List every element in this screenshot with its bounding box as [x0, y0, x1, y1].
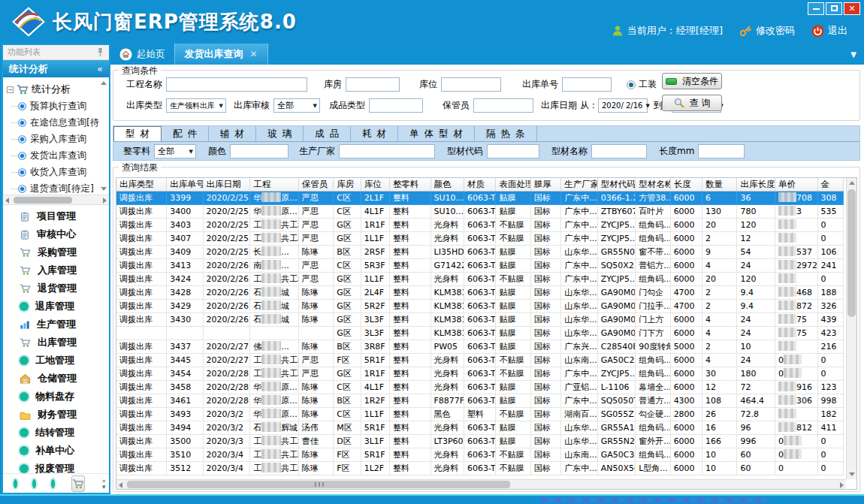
sidebar-item-退库管理[interactable]: 退库管理	[3, 297, 109, 315]
cell-膜厚[interactable]: 国标	[530, 218, 560, 231]
cell-数量[interactable]: 12	[702, 380, 737, 394]
cell-生产厂家[interactable]: 广东中...	[561, 218, 597, 231]
cell-单价[interactable]	[775, 231, 817, 245]
table-row[interactable]: 调拨出库34072020/2/25工共工程严思G区1L1F整料光身料6063-T…	[116, 231, 844, 245]
cell-库房[interactable]: C区	[334, 380, 361, 394]
cell-库房[interactable]: G区	[334, 218, 361, 231]
nav-dot-icon[interactable]	[14, 479, 17, 488]
cell-出库类型[interactable]: 调拨出库	[116, 245, 167, 258]
cell-库房[interactable]: B区	[334, 394, 361, 407]
cell-材质[interactable]: 6063-T5	[464, 272, 495, 285]
cell-颜色[interactable]: 黑色	[430, 407, 464, 421]
cell-金[interactable]: 326	[817, 299, 843, 312]
cell-表面处理[interactable]: 贴膜	[496, 326, 530, 340]
cell-出库类型[interactable]: 调拨出库	[116, 191, 167, 204]
cell-库位[interactable]: 4L1F	[361, 204, 389, 218]
cell-型材名称[interactable]: 普铝方...	[636, 258, 670, 272]
cell-型材名称[interactable]: 组角码...	[636, 218, 670, 231]
cell-出库类型[interactable]: 调拨出库	[116, 258, 167, 272]
cell-出库单号[interactable]: 3407	[167, 231, 203, 245]
cell-材质[interactable]: 6063-T5	[464, 461, 495, 475]
scroll-down-icon[interactable]	[101, 187, 107, 191]
scrollbar-thumb[interactable]	[847, 189, 856, 317]
cell-材质[interactable]: 6063-T5	[464, 231, 495, 245]
cell-整零料[interactable]: 整料	[390, 285, 431, 299]
cell-膜厚[interactable]: 国标	[530, 272, 560, 285]
cell-长度[interactable]: 6000	[670, 461, 702, 475]
cell-型材名称[interactable]: 门上方	[636, 312, 670, 326]
cell-库位[interactable]: 3R8F	[361, 340, 389, 353]
cell-库房[interactable]: F区	[334, 461, 361, 475]
cell-表面处理[interactable]: 不贴膜	[496, 218, 530, 231]
cell-保管员[interactable]: 陈琳	[298, 394, 333, 407]
cell-长度[interactable]: 6000	[670, 326, 702, 340]
cell-颜色[interactable]: 光身料	[430, 231, 464, 245]
cell-型材代码[interactable]: GR55A11	[597, 421, 635, 434]
cell-整零料[interactable]: 整料	[390, 258, 431, 272]
cell-长度[interactable]: 6000	[670, 272, 702, 285]
cell-出库长度[interactable]: 24	[737, 258, 775, 272]
cell-出库类型[interactable]: 调拨出库	[116, 367, 167, 380]
cell-表面处理[interactable]: 贴膜	[496, 204, 530, 218]
cell-金[interactable]: 0	[817, 272, 843, 285]
tree-item-4[interactable]: 收货入库查询	[7, 164, 98, 180]
cell-数量[interactable]: 4	[702, 312, 737, 326]
cell-出库日期[interactable]: 2020/2/25	[203, 245, 250, 258]
cell-出库类型[interactable]: 调拨出库	[116, 407, 167, 421]
keeper-input[interactable]	[473, 98, 533, 113]
cell-工程[interactable]: 工共工程	[250, 218, 299, 231]
profile-name-input[interactable]	[591, 144, 647, 158]
cell-型材名称[interactable]: 勾企硬...	[636, 407, 670, 421]
cell-型材代码[interactable]: SG055Z	[597, 407, 635, 421]
clear-conditions-button[interactable]: 清空条件	[662, 73, 722, 89]
cell-材质[interactable]: 6063-T5	[464, 340, 495, 353]
project-name-input[interactable]	[166, 77, 307, 92]
cell-出库长度[interactable]: 60	[737, 448, 775, 461]
cell-整零料[interactable]: 整料	[390, 421, 431, 434]
cell-数量[interactable]: 166	[702, 434, 737, 448]
cell-库位[interactable]: 1L1F	[361, 272, 389, 285]
cell-整零料[interactable]: 整料	[390, 380, 431, 394]
cell-出库日期[interactable]	[203, 326, 250, 340]
cell-材质[interactable]: 6063-T5	[464, 312, 495, 326]
column-header-表面处理[interactable]: 表面处理	[496, 178, 530, 191]
cell-数量[interactable]: 108	[702, 394, 737, 407]
cell-出库单号[interactable]	[167, 326, 203, 340]
cell-膜厚[interactable]: 国标	[530, 367, 560, 380]
cell-整零料[interactable]: 整料	[390, 231, 431, 245]
table-row[interactable]: G区3L3F整料KLM38176063-T5贴膜国标山东华...GA90M09.…	[116, 326, 844, 340]
cell-表面处理[interactable]: 不贴膜	[496, 461, 530, 475]
cell-库房[interactable]: G区	[334, 285, 361, 299]
cell-库位[interactable]: 3L1F	[361, 434, 389, 448]
cell-保管员[interactable]: 严思	[298, 191, 333, 204]
cell-表面处理[interactable]: 贴膜	[496, 299, 530, 312]
column-header-出库类型[interactable]: 出库类型	[116, 178, 167, 191]
cell-金[interactable]: 188	[817, 285, 843, 299]
sidebar-item-出库管理[interactable]: 出库管理	[3, 333, 109, 352]
cell-金[interactable]: 423	[817, 326, 843, 340]
cell-型材代码[interactable]: ZTBY607	[597, 204, 635, 218]
cell-出库长度[interactable]: 12	[737, 231, 775, 245]
cell-长度[interactable]: 6000	[670, 204, 702, 218]
cell-膜厚[interactable]: 国标	[530, 421, 560, 434]
column-header-库位[interactable]: 库位	[361, 178, 389, 191]
cell-生产厂家[interactable]: 广东兴...	[561, 340, 597, 353]
grid-vertical-scrollbar[interactable]	[846, 178, 856, 479]
cell-出库类型[interactable]: 调拨出库	[116, 218, 167, 231]
cell-出库单号[interactable]: 3500	[167, 434, 203, 448]
cell-型材名称[interactable]: 门勾企	[636, 285, 670, 299]
cell-金[interactable]: 123	[817, 380, 843, 394]
cell-金[interactable]: 241	[817, 258, 843, 272]
cell-整零料[interactable]: 整料	[390, 394, 431, 407]
cell-工程[interactable]: 佛...	[250, 340, 299, 353]
cell-数量[interactable]: 20	[702, 272, 737, 285]
cell-生产厂家[interactable]: 山东华...	[561, 421, 597, 434]
cell-工程[interactable]: 石城	[250, 299, 299, 312]
cell-出库日期[interactable]: 2020/2/28	[203, 367, 250, 380]
cell-膜厚[interactable]: 国标	[530, 380, 560, 394]
cell-型材名称[interactable]: 组角码...	[636, 448, 670, 461]
cell-工程[interactable]: 华原...	[250, 407, 299, 421]
cell-膜厚[interactable]: 国标	[530, 461, 560, 475]
cell-出库类型[interactable]: 调拨出库	[116, 285, 167, 299]
cell-工程[interactable]: 工共工程	[250, 448, 299, 461]
